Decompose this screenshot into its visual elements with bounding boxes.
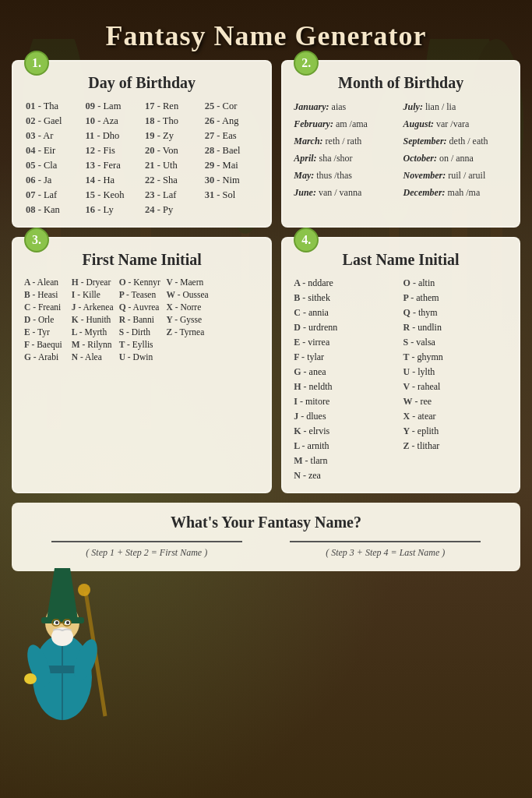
day-item: 14 - Ha — [84, 174, 141, 187]
day-item: 05 - Cla — [24, 159, 81, 172]
last-item: G - anea — [294, 365, 398, 379]
formula-right-label: ( Step 3 + Step 4 = Last Name ) — [266, 547, 506, 559]
initial-item: O - Kennyr — [119, 277, 165, 288]
initial-item: M - Rilynn — [72, 339, 118, 350]
month-item: November: ruil / aruil — [403, 168, 508, 183]
initial-item: S - Dirth — [119, 327, 165, 337]
month-item: December: mah /ma — [403, 185, 508, 200]
initial-item: U - Dwin — [119, 351, 165, 362]
day-item: 15 - Keoh — [84, 189, 141, 202]
last-item — [403, 469, 508, 482]
initial-item: Z - Tyrnea — [167, 327, 213, 337]
step3-panel: 3. First Name Initial A - AleanH - Dryea… — [12, 237, 272, 493]
day-item: 20 - Von — [143, 144, 200, 157]
step1-panel: 1. Day of Birthday 01 - Tha09 - Lam17 - … — [12, 60, 272, 228]
month-item: July: lian / lia — [403, 100, 508, 115]
initial-item — [167, 339, 213, 350]
last-item: X - atear — [403, 410, 508, 423]
last-item: S - valsa — [403, 336, 508, 349]
day-item: 04 - Eir — [24, 144, 81, 157]
last-item: Q - thym — [403, 306, 508, 320]
day-item: 03 - Ar — [24, 129, 81, 143]
day-item: 16 - Ly — [84, 203, 141, 217]
day-item: 08 - Kan — [24, 203, 81, 217]
initial-item — [213, 339, 259, 350]
step2-panel: 2. Month of Birthday January: aiasJuly: … — [281, 60, 520, 228]
initial-item — [213, 302, 259, 312]
initial-item: J - Arkenea — [72, 302, 118, 312]
day-item: 02 - Gael — [24, 115, 81, 128]
last-item: Z - tlithar — [403, 440, 508, 453]
day-item: 13 - Fera — [84, 159, 141, 172]
initial-item: K - Hunith — [72, 314, 118, 325]
last-item: V - raheal — [403, 380, 508, 394]
last-item: P - athem — [403, 291, 508, 305]
day-item: 01 - Tha — [24, 100, 81, 113]
svg-point-13 — [78, 584, 90, 596]
month-item: February: am /ama — [294, 117, 398, 132]
last-item: N - zea — [294, 469, 398, 482]
initial-item: B - Heasi — [24, 289, 70, 300]
initial-item: F - Baequi — [24, 339, 70, 350]
month-item: June: van / vanna — [294, 185, 398, 200]
day-item: 07 - Laf — [24, 189, 81, 202]
day-item: 30 - Nim — [203, 174, 260, 187]
last-item: H - neldth — [294, 380, 398, 394]
first-name-line — [51, 541, 242, 542]
initial-item: N - Alea — [72, 351, 118, 362]
day-item: 11 - Dho — [84, 129, 141, 143]
formula-right: ( Step 3 + Step 4 = Last Name ) — [266, 541, 506, 559]
step1-badge: 1. — [24, 51, 49, 76]
initial-item: H - Dryear — [72, 277, 118, 288]
initial-item — [213, 289, 259, 300]
initial-item: Y - Gysse — [167, 314, 213, 325]
month-item: May: thus /thas — [294, 168, 398, 183]
day-grid: 01 - Tha09 - Lam17 - Ren25 - Cor02 - Gae… — [24, 100, 259, 217]
last-item: A - nddare — [294, 277, 398, 290]
day-item: 21 - Uth — [143, 159, 200, 172]
day-item: 27 - Eas — [203, 129, 260, 143]
initial-item: E - Tyr — [24, 327, 70, 337]
month-item: September: deth / eath — [403, 134, 508, 149]
step4-badge: 4. — [294, 228, 319, 252]
day-item: 25 - Cor — [203, 100, 260, 113]
day-item: 17 - Ren — [143, 100, 200, 113]
last-item: F - tylar — [294, 351, 398, 364]
last-item: J - dlues — [294, 410, 398, 423]
svg-point-25 — [55, 621, 58, 624]
step3-title: First Name Initial — [24, 251, 259, 269]
day-item: 09 - Lam — [84, 100, 141, 113]
initial-item: V - Maern — [167, 277, 213, 288]
page-title: Fantasy Name Generator — [12, 8, 520, 60]
initial-item: I - Kille — [72, 289, 118, 300]
initial-item — [167, 351, 213, 362]
month-item: January: aias — [294, 100, 398, 115]
initial-item: R - Banni — [119, 314, 165, 325]
day-item: 26 - Ang — [203, 115, 260, 128]
step4-title: Last Name Initial — [294, 251, 508, 269]
day-item: 22 - Sha — [143, 174, 200, 187]
last-name-line — [290, 541, 481, 542]
last-item: K - elrvis — [294, 425, 398, 438]
last-item: O - altin — [403, 277, 508, 290]
initial-grid: A - AleanH - DryearO - KennyrV - MaernB … — [24, 277, 259, 362]
initial-item — [213, 351, 259, 362]
last-name-grid: A - nddareO - altinB - sithekP - athemC … — [294, 277, 508, 482]
month-item: August: var /vara — [403, 117, 508, 132]
last-item: R - undlin — [403, 321, 508, 334]
day-item: 10 - Aza — [84, 115, 141, 128]
last-item: I - mitore — [294, 395, 398, 408]
day-item: 19 - Zy — [143, 129, 200, 143]
initial-item — [213, 277, 259, 288]
initial-item — [213, 327, 259, 337]
initial-item: Q - Auvrea — [119, 302, 165, 312]
initial-item: A - Alean — [24, 277, 70, 288]
initial-item: C - Freani — [24, 302, 70, 312]
day-item: 23 - Laf — [143, 189, 200, 202]
last-item: B - sithek — [294, 291, 398, 305]
month-item: October: on / anna — [403, 151, 508, 166]
day-item — [203, 203, 260, 217]
svg-point-19 — [24, 673, 37, 684]
step3-badge: 3. — [24, 228, 49, 252]
last-item: U - lylth — [403, 365, 508, 379]
